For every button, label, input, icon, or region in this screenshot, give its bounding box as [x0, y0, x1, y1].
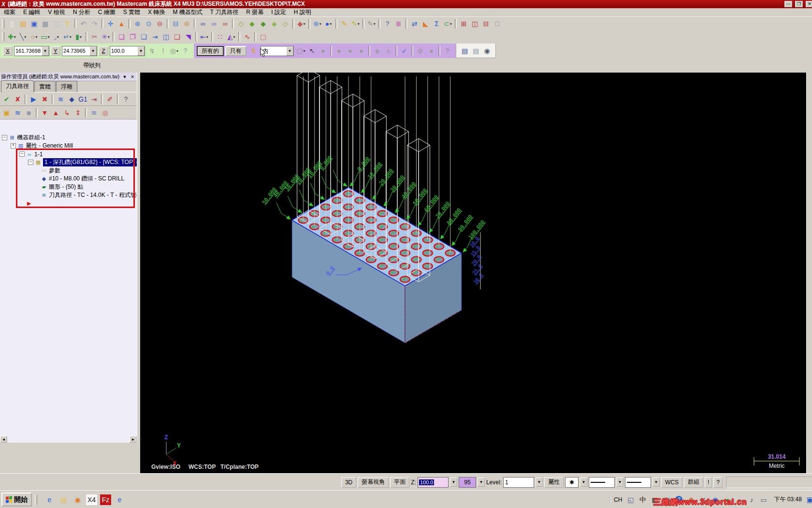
clock[interactable]: 下午 03:48	[772, 495, 803, 504]
panel-collapse-button[interactable]: ▼	[121, 74, 128, 80]
open-file-button[interactable]: ▤	[17, 18, 29, 29]
x-coord-dropdown[interactable]: ▼	[42, 46, 49, 56]
grid-params-button[interactable]: ∷	[215, 31, 226, 42]
xform-copy-button[interactable]: ❐	[127, 31, 138, 42]
status-screen-view-button[interactable]: 螢幕視角	[358, 477, 389, 488]
xform-offset-button[interactable]: ⇥	[149, 31, 160, 42]
filezilla-button[interactable]: Fz	[100, 494, 111, 505]
xform-translate-button[interactable]: ❏	[116, 31, 127, 42]
select-none-button[interactable]: ⊘	[415, 45, 426, 56]
ime-help-icon[interactable]: ?	[675, 496, 682, 503]
toggle-display-button[interactable]: ≋	[12, 107, 23, 118]
status-3d-button[interactable]: 3D	[341, 477, 356, 488]
backplot-button[interactable]: ≋	[55, 94, 66, 105]
copy-ops-button[interactable]: ◎	[100, 107, 111, 118]
delete-ops-button[interactable]: ✐	[104, 94, 116, 105]
close-button[interactable]: ✕	[806, 1, 812, 7]
tree-item-parameters[interactable]: ▭ 參數	[0, 166, 137, 175]
zoom-out-button[interactable]: ⊖	[181, 18, 192, 29]
select-all-button[interactable]: 所有的	[197, 46, 224, 56]
unzoom-previous-button[interactable]: ∞	[208, 18, 219, 29]
select-solids-button[interactable]: ◈	[372, 45, 383, 56]
ribbon-help-button[interactable]: ?	[180, 45, 191, 56]
y-coord-input[interactable]	[62, 47, 89, 55]
select-validate-button[interactable]: ✓	[399, 45, 410, 56]
display-settings-icon[interactable]: ▣	[807, 495, 812, 504]
menu-settings[interactable]: I 設定	[267, 8, 290, 17]
y-coord-button[interactable]: Y	[51, 46, 60, 56]
zoom-out-window-button[interactable]: ⊟	[170, 18, 181, 29]
tree-item-properties[interactable]: + ▥ 屬性 - Generic Mill	[0, 142, 137, 150]
scroll-right-icon[interactable]: ►	[130, 436, 137, 443]
menu-file[interactable]: 檔案	[0, 8, 19, 17]
expander-collapse-icon[interactable]: −	[19, 151, 25, 157]
xform-mirror-button[interactable]: ◫	[160, 31, 172, 42]
cplane-sphere-button[interactable]: ●▾	[323, 18, 334, 29]
select-disabled-2-button[interactable]: ●	[334, 45, 345, 56]
mastercam-x4-button[interactable]: X4	[86, 494, 97, 505]
toolpath-select-button[interactable]: ≋	[88, 107, 100, 118]
select-disabled-3-button[interactable]: ●	[345, 45, 356, 56]
gview-front-button[interactable]: ◆	[258, 18, 269, 29]
exclamation-button[interactable]: !	[158, 45, 169, 56]
cursor-flash-button[interactable]: ↯	[248, 45, 259, 56]
status-group-button[interactable]: 群組	[684, 477, 703, 488]
scroll-left-icon[interactable]: ◄	[0, 436, 7, 443]
maximize-button[interactable]: ❐	[795, 1, 803, 7]
scroll-ops-button[interactable]: ⇕	[72, 107, 84, 118]
art-button[interactable]: ◭▾	[226, 31, 237, 42]
tree-item-operation[interactable]: − ▦ 1 - 深孔鑽(G81/G82) - [WCS: TOP] - [TPl	[0, 158, 137, 166]
status-point-style-dropdown[interactable]: ▼	[580, 478, 587, 487]
z-coord-button[interactable]: Z	[99, 46, 108, 56]
select-last-button[interactable]: ∧	[383, 45, 394, 56]
gview-top-button[interactable]: ◆	[246, 18, 258, 29]
media-player-button[interactable]: ◉	[72, 494, 83, 505]
status-line-style-dropdown[interactable]: ▼	[616, 478, 624, 487]
create-chain-button[interactable]: ↵▾	[62, 31, 73, 42]
xform-rotate-button[interactable]: ◥	[183, 31, 194, 42]
folder-button[interactable]: ▤	[58, 494, 69, 505]
menu-machine-type[interactable]: M 機器型式	[169, 8, 206, 17]
status-point-style-combo[interactable]: ✱	[565, 477, 579, 488]
status-z-dropdown[interactable]: ▼	[450, 478, 457, 487]
y-coord-dropdown[interactable]: ▼	[89, 46, 97, 56]
print-preview-button[interactable]: ◫	[51, 18, 62, 29]
export-button[interactable]: ⊂▾	[442, 18, 453, 29]
tab-solids[interactable]: 實體	[34, 81, 56, 92]
autocursor-button[interactable]: ◎▾	[169, 45, 180, 56]
tree-item-machine-group[interactable]: − ⊞ 機器群組-1	[0, 134, 137, 142]
xform-dynamic-button[interactable]: ❏	[138, 31, 149, 42]
status-attributes-button[interactable]: 屬性	[544, 477, 564, 488]
expander-collapse-icon[interactable]: −	[28, 160, 33, 165]
viewport-2h-button[interactable]: ⊟	[480, 18, 492, 29]
orient-cube-button[interactable]: ◆▾	[296, 18, 307, 29]
z-coord-dropdown[interactable]: ▼	[137, 46, 145, 56]
x-coord-button[interactable]: X	[3, 46, 13, 56]
volume-tray-button[interactable]: ♪	[746, 494, 757, 505]
menu-xform[interactable]: X 轉換	[144, 8, 169, 17]
move-up-button[interactable]: ▲	[50, 107, 61, 118]
ime-punctuation-button[interactable]: ▤	[661, 494, 672, 505]
ime-halfwidth-button[interactable]: ◧	[649, 494, 660, 505]
toolbar-grip[interactable]	[2, 19, 4, 29]
x-coord-input[interactable]	[14, 47, 42, 55]
language-indicator[interactable]: CH	[614, 496, 622, 503]
scroll-track[interactable]	[7, 436, 130, 443]
status-feed-value[interactable]: 95	[459, 477, 476, 488]
post-g1-button[interactable]: G1	[77, 94, 88, 105]
zoom-window-button[interactable]: ⊕	[132, 18, 143, 29]
redo-button[interactable]: ↷	[89, 18, 100, 29]
tab-toolpaths[interactable]: 刀具路徑	[1, 80, 34, 92]
new-file-button[interactable]: ▯	[6, 18, 17, 29]
trim-divide-button[interactable]: ✳▾	[100, 31, 111, 42]
minimize-button[interactable]: —	[784, 1, 792, 7]
report-doc-button[interactable]: ▤	[470, 45, 481, 56]
menu-help[interactable]: H 說明	[290, 8, 315, 17]
create-rectangle-button[interactable]: ▭▾	[40, 31, 51, 42]
status-plane-button[interactable]: 平面	[390, 477, 409, 488]
zoom-selected-button[interactable]: ⊖	[154, 18, 165, 29]
status-warn-button[interactable]: !	[705, 477, 712, 488]
tree-item-toolpath-file[interactable]: ≋ 刀具路徑 - TC - 14.0K - T - 程式號碼	[0, 191, 137, 199]
regen-failed-button[interactable]: ✖	[39, 94, 50, 105]
create-point-button[interactable]: ✚▾	[6, 31, 17, 42]
